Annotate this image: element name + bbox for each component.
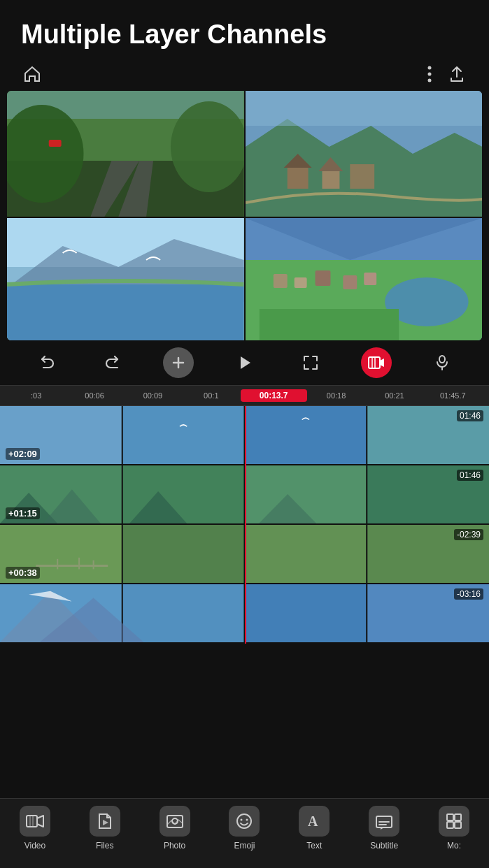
svg-point-94 (246, 819, 248, 821)
track-3-duration: -02:39 (454, 529, 483, 540)
more-tools-icon (439, 806, 469, 837)
play-button[interactable] (229, 347, 260, 378)
tool-emoji-label: Emoji (234, 841, 255, 851)
svg-point-93 (241, 819, 243, 821)
preview-cell-3[interactable] (7, 218, 244, 340)
ruler-mark-current: 00:13.7 (241, 389, 307, 402)
svg-rect-18 (246, 91, 483, 126)
tool-files-label: Files (96, 841, 113, 851)
track-4-duration: -03:16 (454, 588, 483, 600)
svg-point-1 (428, 72, 432, 75)
track-3-label: +00:38 (6, 567, 40, 579)
photo-icon (160, 806, 190, 837)
redo-button[interactable] (97, 347, 128, 378)
svg-rect-36 (369, 357, 380, 368)
svg-rect-30 (364, 273, 376, 285)
preview-cell-1[interactable] (7, 91, 244, 217)
ruler-mark-1: :03 (7, 391, 65, 400)
svg-point-2 (428, 78, 432, 82)
ruler-mark-4: 00:1 (182, 391, 240, 400)
svg-rect-101 (447, 822, 453, 828)
fullscreen-button[interactable] (295, 347, 326, 378)
ruler-mark-3: 00:09 (124, 391, 182, 400)
tool-video-label: Video (24, 841, 45, 851)
svg-rect-102 (455, 822, 461, 828)
files-icon (90, 806, 120, 837)
svg-rect-76 (245, 584, 367, 642)
tool-more[interactable]: Mo: (430, 806, 479, 851)
emoji-icon (229, 806, 260, 837)
tool-subtitle-label: Subtitle (370, 841, 398, 851)
svg-rect-65 (245, 525, 367, 583)
ruler-mark-7: 01:45.7 (424, 391, 482, 400)
playback-toolbar (0, 340, 489, 385)
ruler-mark-2: 00:06 (65, 391, 123, 400)
svg-rect-27 (294, 277, 306, 288)
top-toolbar-left (21, 63, 43, 85)
svg-rect-44 (122, 406, 245, 464)
tool-subtitle[interactable]: Subtitle (360, 806, 409, 851)
preview-grid (7, 91, 482, 340)
more-button[interactable] (426, 64, 433, 84)
svg-rect-17 (350, 164, 374, 189)
tool-photo[interactable]: Photo (150, 806, 199, 851)
share-button[interactable] (446, 63, 468, 85)
svg-marker-89 (103, 820, 108, 825)
home-button[interactable] (21, 63, 43, 85)
tool-more-label: Mo: (447, 841, 461, 851)
tool-emoji[interactable]: Emoji (220, 806, 269, 851)
svg-point-9 (171, 101, 244, 192)
svg-rect-75 (122, 584, 245, 642)
tool-files[interactable]: Files (80, 806, 129, 851)
top-toolbar-right (426, 63, 468, 85)
svg-rect-15 (322, 171, 339, 189)
video-icon (20, 806, 50, 837)
ruler-mark-6: 00:21 (365, 391, 423, 400)
track-2-label: +01:15 (6, 507, 40, 519)
svg-rect-13 (287, 168, 308, 189)
timeline-ruler: :03 00:06 00:09 00:1 00:13.7 00:18 00:21… (0, 385, 489, 406)
svg-point-92 (237, 814, 251, 828)
track-1-duration: 01:46 (457, 410, 483, 421)
svg-rect-100 (455, 814, 461, 820)
svg-rect-64 (122, 525, 245, 583)
top-toolbar (0, 57, 489, 91)
svg-point-0 (428, 66, 432, 69)
svg-point-40 (439, 356, 445, 363)
ruler-mark-5: 00:18 (307, 391, 365, 400)
subtitle-icon (369, 806, 399, 837)
tool-video[interactable]: Video (10, 806, 59, 851)
svg-rect-28 (315, 270, 330, 286)
tool-photo-label: Photo (164, 841, 185, 851)
tool-text[interactable]: A Text (290, 806, 339, 851)
preview-cell-2[interactable] (246, 91, 483, 217)
text-icon: A (299, 806, 329, 837)
svg-marker-35 (241, 356, 250, 369)
add-button[interactable] (163, 347, 194, 378)
svg-rect-84 (27, 816, 37, 827)
svg-rect-10 (49, 140, 62, 147)
page-title: Multiple Layer Channels (21, 20, 468, 50)
tool-text-label: Text (306, 841, 322, 851)
video-track-button[interactable] (361, 347, 392, 378)
svg-rect-26 (273, 274, 287, 288)
svg-rect-29 (343, 275, 357, 289)
track-1-label: +02:09 (6, 448, 40, 460)
svg-rect-99 (447, 814, 453, 820)
track-2-duration: 01:46 (457, 470, 483, 481)
svg-text:A: A (308, 813, 318, 829)
audio-button[interactable] (427, 347, 458, 378)
svg-rect-22 (7, 284, 244, 340)
tracks-container: +02:09 01:46 (0, 406, 489, 644)
header: Multiple Layer Channels (0, 0, 489, 57)
undo-button[interactable] (31, 347, 62, 378)
preview-cell-4[interactable] (246, 218, 483, 340)
bottom-toolbar: Video Files Photo (0, 798, 489, 868)
timeline-playhead (245, 406, 246, 644)
svg-rect-45 (245, 406, 367, 464)
timeline-area: :03 00:06 00:09 00:1 00:13.7 00:18 00:21… (0, 385, 489, 623)
svg-rect-32 (259, 309, 398, 340)
